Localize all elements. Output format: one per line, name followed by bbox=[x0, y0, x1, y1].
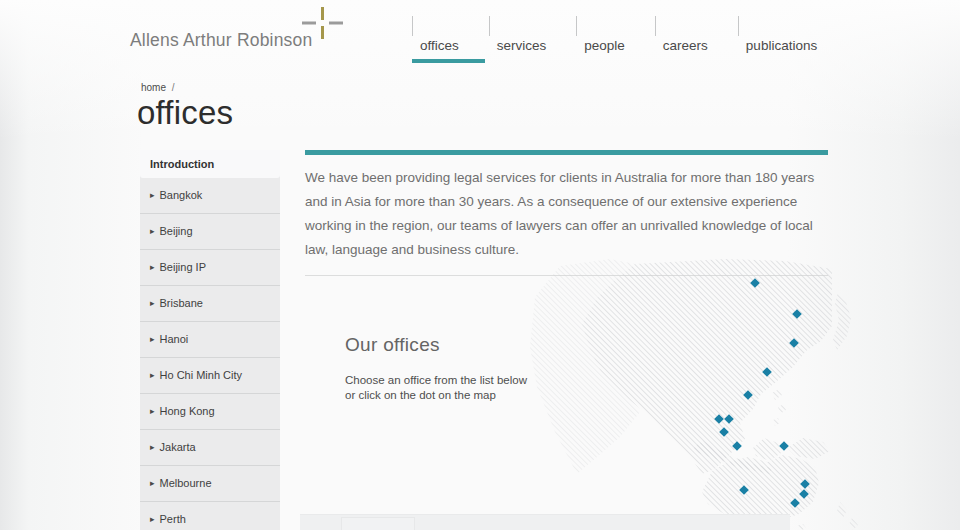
triangle-bullet-icon: ▸ bbox=[150, 478, 155, 488]
triangle-bullet-icon: ▸ bbox=[150, 442, 155, 452]
triangle-bullet-icon: ▸ bbox=[150, 334, 155, 344]
triangle-bullet-icon: ▸ bbox=[150, 226, 155, 236]
land-japan bbox=[833, 292, 851, 350]
sidebar-item-label: Jakarta bbox=[160, 441, 196, 453]
office-list: Introduction▸Bangkok▸Beijing▸Beijing IP▸… bbox=[140, 150, 280, 530]
sidebar-item-bangkok[interactable]: ▸Bangkok bbox=[140, 178, 280, 214]
triangle-bullet-icon: ▸ bbox=[150, 370, 155, 380]
land-new-guinea bbox=[787, 438, 830, 459]
map-marker-port-moresby[interactable] bbox=[779, 441, 789, 451]
sidebar-item-label: Hong Kong bbox=[160, 405, 215, 417]
land-asia-mainland bbox=[582, 259, 832, 474]
land-philippines-2 bbox=[778, 404, 786, 414]
sidebar-item-hanoi[interactable]: ▸Hanoi bbox=[140, 322, 280, 358]
land-philippines-1 bbox=[772, 389, 782, 400]
sidebar-item-label: Ho Chi Minh City bbox=[160, 369, 243, 381]
brand-name[interactable]: Allens Arthur Robinson bbox=[130, 30, 312, 51]
land-tasmania bbox=[797, 524, 806, 530]
triangle-bullet-icon: ▸ bbox=[150, 262, 155, 272]
plus-cross-icon bbox=[299, 2, 347, 48]
sidebar-item-label: Beijing IP bbox=[160, 261, 206, 273]
sidebar-item-label: Bangkok bbox=[160, 189, 203, 201]
sidebar-item-label: Introduction bbox=[150, 158, 214, 170]
land-australia bbox=[702, 455, 819, 523]
map-instruction-line1: Choose an office from the list below bbox=[345, 374, 527, 386]
land-philippines-3 bbox=[773, 418, 780, 426]
office-links-panel bbox=[300, 514, 790, 530]
nav-item-people[interactable]: people bbox=[576, 16, 651, 63]
breadcrumb-home-link[interactable]: home bbox=[141, 82, 166, 93]
page: Allens Arthur Robinson officesservicespe… bbox=[0, 0, 960, 530]
land-borneo bbox=[753, 438, 781, 461]
sidebar-item-label: Perth bbox=[160, 513, 186, 525]
nav-item-careers[interactable]: careers bbox=[655, 16, 734, 63]
sidebar-item-hong-kong[interactable]: ▸Hong Kong bbox=[140, 394, 280, 430]
sidebar-item-beijing-ip[interactable]: ▸Beijing IP bbox=[140, 250, 280, 286]
nav-item-publications[interactable]: publications bbox=[738, 16, 843, 63]
accent-bar bbox=[305, 150, 828, 155]
sidebar-item-melbourne[interactable]: ▸Melbourne bbox=[140, 466, 280, 502]
sidebar-item-ho-chi-minh-city[interactable]: ▸Ho Chi Minh City bbox=[140, 358, 280, 394]
land-new-zealand-2 bbox=[849, 518, 858, 530]
nav-item-offices[interactable]: offices bbox=[412, 16, 485, 63]
sidebar-item-perth[interactable]: ▸Perth bbox=[140, 502, 280, 530]
office-links-panel-cell bbox=[341, 517, 415, 530]
office-list-sidebar: Introduction▸Bangkok▸Beijing▸Beijing IP▸… bbox=[140, 150, 280, 530]
nav-item-services[interactable]: services bbox=[489, 16, 573, 63]
sidebar-item-introduction[interactable]: Introduction bbox=[140, 150, 280, 178]
triangle-bullet-icon: ▸ bbox=[150, 406, 155, 416]
breadcrumb-separator: / bbox=[172, 82, 175, 93]
sidebar-item-label: Hanoi bbox=[160, 333, 189, 345]
sidebar-item-label: Brisbane bbox=[160, 297, 203, 309]
sidebar-item-beijing[interactable]: ▸Beijing bbox=[140, 214, 280, 250]
map-instruction-line2: or click on the dot on the map bbox=[345, 389, 496, 401]
sidebar-item-label: Beijing bbox=[160, 225, 193, 237]
sidebar-item-brisbane[interactable]: ▸Brisbane bbox=[140, 286, 280, 322]
top-nav: officesservicespeoplecareerspublications bbox=[412, 16, 847, 63]
sidebar-item-jakarta[interactable]: ▸Jakarta bbox=[140, 430, 280, 466]
sidebar-item-label: Melbourne bbox=[160, 477, 212, 489]
triangle-bullet-icon: ▸ bbox=[150, 514, 155, 524]
land-new-zealand-1 bbox=[837, 502, 847, 518]
triangle-bullet-icon: ▸ bbox=[150, 190, 155, 200]
intro-paragraph: We have been providing legal services fo… bbox=[305, 166, 828, 262]
asia-pacific-map bbox=[525, 252, 875, 530]
page-title: offices bbox=[137, 94, 233, 132]
breadcrumb: home / bbox=[141, 82, 175, 93]
triangle-bullet-icon: ▸ bbox=[150, 298, 155, 308]
